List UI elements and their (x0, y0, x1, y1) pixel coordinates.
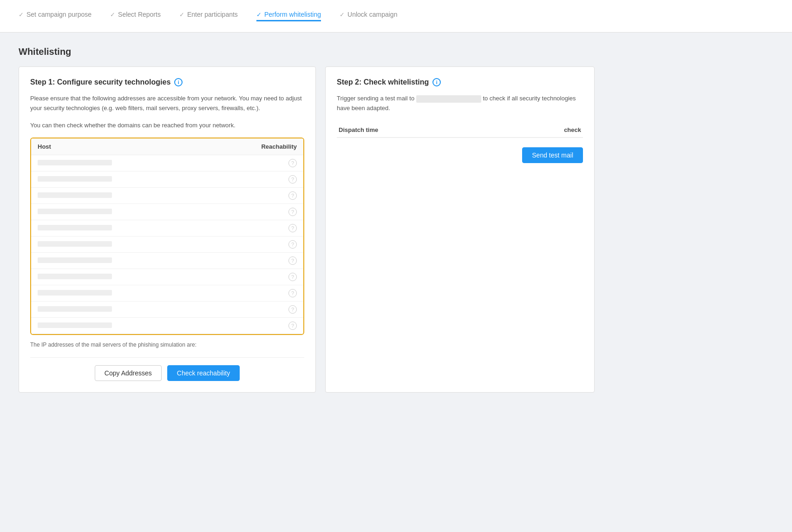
host-table-wrapper: Host Reachability ??????????? (30, 138, 304, 335)
step1-desc1: Please ensure that the following address… (30, 94, 304, 113)
step-participants-label: Enter participants (187, 11, 238, 18)
stepper: ✓ Set campaign purpose ✓ Select Reports … (0, 0, 792, 33)
step-select-reports[interactable]: ✓ Select Reports (110, 11, 161, 21)
reachability-cell: ? (206, 188, 303, 204)
dispatch-table: Dispatch time check (337, 123, 583, 138)
question-icon: ? (288, 224, 297, 232)
check-reachability-button[interactable]: Check reachability (167, 365, 240, 381)
step-unlock-label: Unlock campaign (347, 11, 397, 18)
step-enter-participants[interactable]: ✓ Enter participants (179, 11, 238, 21)
reachability-cell: ? (206, 155, 303, 171)
host-table: Host Reachability ??????????? (31, 138, 303, 334)
step2-desc-prefix: Trigger sending a test mail to (337, 95, 414, 102)
step1-desc2: You can then check whether the domains c… (30, 121, 304, 131)
question-icon: ? (288, 240, 297, 249)
send-test-row: Send test mail (337, 147, 583, 163)
host-cell (31, 155, 206, 171)
table-row: ? (31, 220, 303, 236)
check-icon-purpose: ✓ (19, 11, 24, 18)
check-icon-unlock: ✓ (340, 11, 345, 18)
check-col: check (503, 123, 583, 138)
question-icon: ? (288, 322, 297, 330)
reachability-cell: ? (206, 253, 303, 269)
host-cell (31, 269, 206, 285)
main-content: Whitelisting Step 1: Configure security … (0, 33, 613, 407)
question-icon: ? (288, 191, 297, 200)
table-row: ? (31, 253, 303, 269)
host-cell (31, 204, 206, 220)
host-cell (31, 236, 206, 253)
reachability-cell: ? (206, 302, 303, 318)
ip-note: The IP addresses of the mail servers of … (30, 342, 304, 348)
col-reachability: Reachability (206, 138, 303, 155)
page-title: Whitelisting (19, 46, 595, 57)
host-cell (31, 220, 206, 236)
step1-card: Step 1: Configure security technologies … (19, 66, 316, 393)
steps-container: Step 1: Configure security technologies … (19, 66, 595, 393)
reachability-cell: ? (206, 220, 303, 236)
step2-title: Step 2: Check whitelisting i (337, 78, 583, 86)
question-icon: ? (288, 289, 297, 297)
question-icon: ? (288, 256, 297, 265)
table-row: ? (31, 269, 303, 285)
email-placeholder (416, 95, 481, 103)
step-reports-label: Select Reports (118, 11, 161, 18)
question-icon: ? (288, 159, 297, 167)
question-icon: ? (288, 305, 297, 314)
check-icon-whitelisting: ✓ (256, 11, 262, 18)
table-row: ? (31, 188, 303, 204)
step1-title: Step 1: Configure security technologies … (30, 78, 304, 86)
dispatch-time-col: Dispatch time (337, 123, 503, 138)
reachability-cell: ? (206, 171, 303, 188)
table-row: ? (31, 236, 303, 253)
step-unlock-campaign[interactable]: ✓ Unlock campaign (340, 11, 397, 21)
reachability-cell: ? (206, 269, 303, 285)
step2-card: Step 2: Check whitelisting i Trigger sen… (325, 66, 595, 393)
step-purpose-label: Set campaign purpose (26, 11, 92, 18)
step-perform-whitelisting[interactable]: ✓ Perform whitelisting (256, 11, 321, 21)
table-row: ? (31, 318, 303, 334)
step-whitelisting-label: Perform whitelisting (264, 11, 321, 18)
table-row: ? (31, 155, 303, 171)
table-row: ? (31, 285, 303, 302)
host-cell (31, 302, 206, 318)
reachability-cell: ? (206, 318, 303, 334)
reachability-cell: ? (206, 204, 303, 220)
host-cell (31, 318, 206, 334)
step-set-purpose[interactable]: ✓ Set campaign purpose (19, 11, 92, 21)
table-row: ? (31, 302, 303, 318)
step2-description: Trigger sending a test mail to to check … (337, 94, 583, 113)
check-icon-participants: ✓ (179, 11, 184, 18)
check-icon-reports: ✓ (110, 11, 115, 18)
table-row: ? (31, 204, 303, 220)
host-cell (31, 253, 206, 269)
step1-footer: Copy Addresses Check reachability (30, 357, 304, 381)
table-row: ? (31, 171, 303, 188)
col-host: Host (31, 138, 206, 155)
reachability-cell: ? (206, 285, 303, 302)
host-cell (31, 188, 206, 204)
question-icon: ? (288, 273, 297, 281)
step2-info-icon[interactable]: i (432, 78, 441, 86)
question-icon: ? (288, 175, 297, 184)
host-cell (31, 285, 206, 302)
reachability-cell: ? (206, 236, 303, 253)
send-test-mail-button[interactable]: Send test mail (522, 147, 583, 163)
question-icon: ? (288, 208, 297, 216)
host-cell (31, 171, 206, 188)
copy-addresses-button[interactable]: Copy Addresses (95, 365, 162, 381)
step1-info-icon[interactable]: i (174, 78, 183, 86)
